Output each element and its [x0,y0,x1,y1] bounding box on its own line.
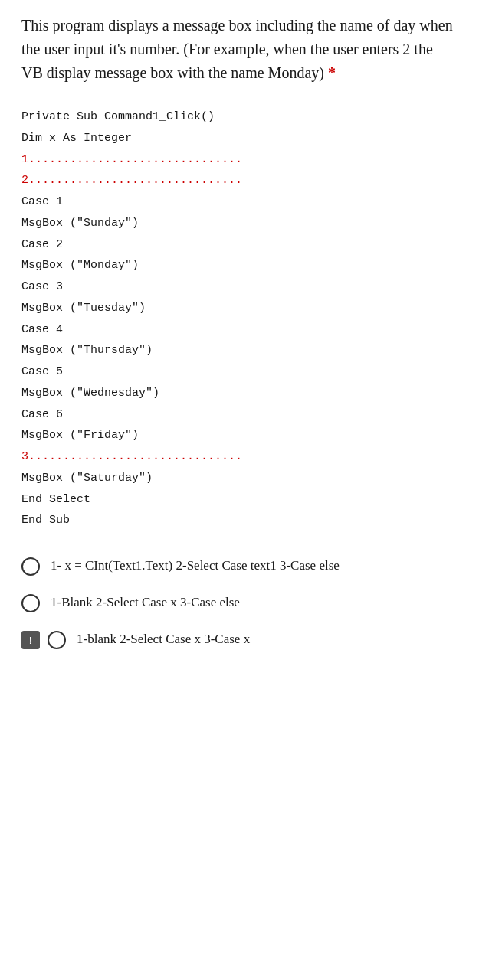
required-asterisk: * [328,64,336,81]
option-item-3: ! 1-blank 2-Select Case x 3-Case x [21,629,458,649]
code-case4-msg: MsgBox ("Thursday") [21,340,458,361]
radio-option1[interactable] [21,557,40,576]
code-case6-msg: MsgBox ("Friday") [21,425,458,446]
radio-option2[interactable] [21,594,40,612]
option3-with-alert: ! [21,629,66,649]
code-case5-label: Case 5 [21,361,458,383]
options-section: 1- x = CInt(Text1.Text) 2-Select Case te… [21,556,458,649]
code-line3: 3............................... [21,446,458,468]
description-block: This program displays a message box incl… [21,14,458,85]
code-end-sub: End Sub [21,510,458,531]
option3-text: 1-blank 2-Select Case x 3-Case x [77,629,250,649]
code-case1-label: Case 1 [21,191,458,213]
code-case1-msg: MsgBox ("Sunday") [21,213,458,234]
code-header2: Dim x As Integer [21,128,458,149]
alert-icon: ! [21,631,40,649]
code-block: Private Sub Command1_Click() Dim x As In… [21,106,458,531]
option-item-2: 1-Blank 2-Select Case x 3-Case else [21,593,458,612]
code-case3-label: Case 3 [21,276,458,298]
code-case6-label: Case 6 [21,404,458,426]
code-end-select: End Select [21,489,458,511]
code-case7-msg: MsgBox ("Saturday") [21,468,458,489]
page-container: This program displays a message box incl… [0,0,479,980]
code-case5-msg: MsgBox ("Wednesday") [21,383,458,404]
option2-text: 1-Blank 2-Select Case x 3-Case else [51,593,240,612]
radio-option3[interactable] [48,631,66,649]
code-header1: Private Sub Command1_Click() [21,106,458,128]
description-text: This program displays a message box incl… [21,17,453,81]
code-case2-label: Case 2 [21,234,458,256]
code-case2-msg: MsgBox ("Monday") [21,255,458,276]
code-case3-msg: MsgBox ("Tuesday") [21,298,458,319]
option1-text: 1- x = CInt(Text1.Text) 2-Select Case te… [51,556,340,576]
code-line1: 1............................... [21,149,458,171]
option-item-1: 1- x = CInt(Text1.Text) 2-Select Case te… [21,556,458,576]
code-case4-label: Case 4 [21,319,458,341]
code-line2: 2............................... [21,170,458,191]
